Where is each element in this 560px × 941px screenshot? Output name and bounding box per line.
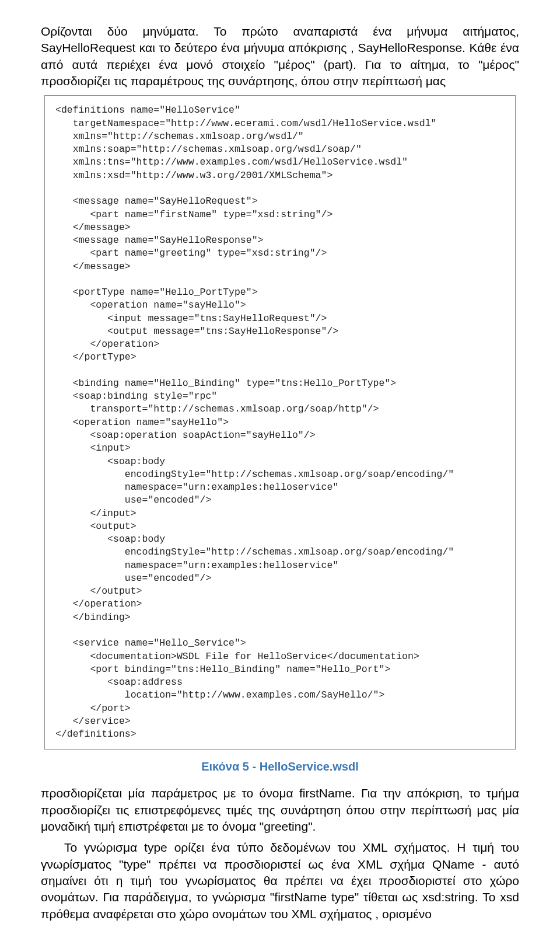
figure-caption: Εικόνα 5 - HelloService.wsdl [41,760,519,773]
document-page: Ορίζονται δύο μηνύματα. Το πρώτο αναπαρι… [0,0,560,941]
paragraph-after-figure: προσδιορίζεται μία παράμετρος με το όνομ… [41,785,519,835]
paragraph-intro: Ορίζονται δύο μηνύματα. Το πρώτο αναπαρι… [41,23,519,89]
code-listing-wsdl: <definitions name="HelloService" targetN… [44,95,516,750]
paragraph-type-attribute: Το γνώρισμα type ορίζει ένα τύπο δεδομέν… [41,839,519,922]
